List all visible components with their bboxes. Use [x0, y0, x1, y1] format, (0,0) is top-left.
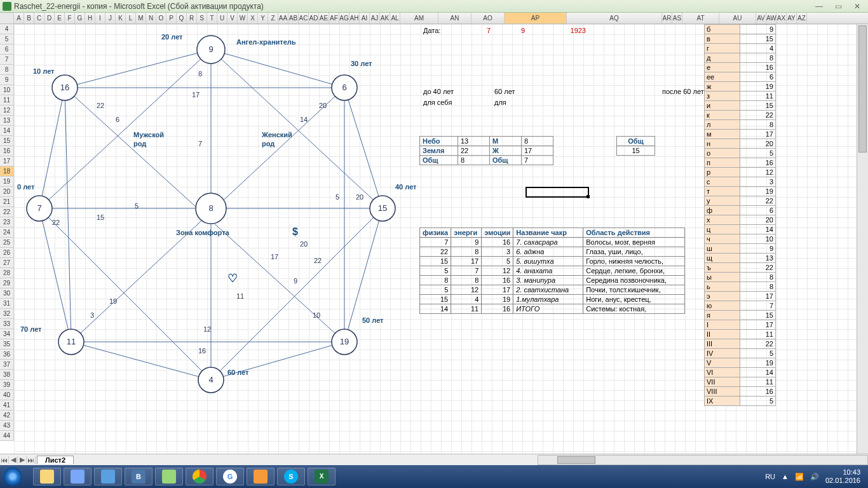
row-17[interactable]: 17: [0, 156, 14, 166]
row-8[interactable]: 8: [0, 65, 14, 75]
col-A[interactable]: A: [14, 13, 24, 24]
row-37[interactable]: 37: [0, 360, 14, 370]
row-42[interactable]: 42: [0, 410, 14, 421]
taskbar-vk[interactable]: B: [125, 468, 153, 485]
col-AF[interactable]: AF: [329, 13, 339, 24]
row-6[interactable]: 6: [0, 44, 14, 55]
taskbar-music[interactable]: [155, 468, 183, 485]
taskbar-clock[interactable]: 10:4302.01.2016: [825, 468, 860, 485]
col-H[interactable]: H: [85, 13, 95, 24]
worksheet-area[interactable]: 4567891011121314151617181920212223242526…: [0, 24, 868, 465]
row-9[interactable]: 9: [0, 75, 14, 85]
start-button[interactable]: [3, 467, 31, 486]
col-X[interactable]: X: [248, 13, 258, 24]
taskbar-excel[interactable]: X: [308, 468, 336, 485]
col-B[interactable]: B: [24, 13, 34, 24]
col-AJ[interactable]: AJ: [370, 13, 380, 24]
close-button[interactable]: ✕: [849, 1, 865, 11]
row-31[interactable]: 31: [0, 299, 14, 309]
row-25[interactable]: 25: [0, 238, 14, 248]
row-28[interactable]: 28: [0, 268, 14, 278]
taskbar-chrome[interactable]: [186, 468, 214, 485]
row-26[interactable]: 26: [0, 248, 14, 258]
vscroll-thumb[interactable]: [858, 25, 867, 152]
row-44[interactable]: 44: [0, 431, 14, 441]
col-AA[interactable]: AA: [278, 13, 288, 24]
row-34[interactable]: 34: [0, 329, 14, 339]
row-12[interactable]: 12: [0, 105, 14, 116]
col-U[interactable]: U: [217, 13, 227, 24]
col-T[interactable]: T: [207, 13, 217, 24]
row-24[interactable]: 24: [0, 227, 14, 238]
col-Z[interactable]: Z: [268, 13, 278, 24]
col-F[interactable]: F: [65, 13, 75, 24]
col-AP[interactable]: AP: [505, 13, 567, 24]
col-I[interactable]: I: [95, 13, 105, 24]
col-M[interactable]: M: [136, 13, 146, 24]
taskbar-skype[interactable]: S: [277, 468, 305, 485]
row-4[interactable]: 4: [0, 24, 14, 34]
row-11[interactable]: 11: [0, 95, 14, 105]
taskbar-app2[interactable]: [247, 468, 275, 485]
row-headers[interactable]: 4567891011121314151617181920212223242526…: [0, 24, 14, 441]
row-18[interactable]: 18: [0, 166, 14, 177]
row-19[interactable]: 19: [0, 177, 14, 187]
col-G[interactable]: G: [75, 13, 85, 24]
col-AG[interactable]: AG: [339, 13, 349, 24]
col-C[interactable]: C: [34, 13, 44, 24]
col-AC[interactable]: AC: [299, 13, 309, 24]
col-AQ[interactable]: AQ: [567, 13, 662, 24]
col-D[interactable]: D: [44, 13, 55, 24]
col-AI[interactable]: AI: [360, 13, 370, 24]
col-V[interactable]: V: [227, 13, 238, 24]
taskbar-app1[interactable]: [64, 468, 92, 485]
taskbar-explorer[interactable]: [33, 468, 61, 485]
col-J[interactable]: J: [105, 13, 116, 24]
tray-flag-icon[interactable]: ▲: [782, 473, 789, 480]
col-K[interactable]: K: [116, 13, 126, 24]
maximize-button[interactable]: ▭: [830, 1, 846, 11]
col-AS[interactable]: AS: [672, 13, 682, 24]
col-AO[interactable]: AO: [471, 13, 505, 24]
row-36[interactable]: 36: [0, 349, 14, 360]
col-AE[interactable]: AE: [319, 13, 329, 24]
row-14[interactable]: 14: [0, 126, 14, 136]
tab-nav-next[interactable]: ▶: [18, 456, 27, 464]
sheet-tab[interactable]: Лист2: [37, 456, 74, 464]
vertical-scrollbar[interactable]: [857, 24, 868, 454]
col-E[interactable]: E: [55, 13, 65, 24]
tab-nav-prev[interactable]: ◀: [9, 456, 18, 464]
row-32[interactable]: 32: [0, 309, 14, 319]
col-AK[interactable]: AK: [380, 13, 390, 24]
col-AY[interactable]: AY: [787, 13, 797, 24]
row-5[interactable]: 5: [0, 34, 14, 44]
col-P[interactable]: P: [166, 13, 177, 24]
taskbar-google[interactable]: G: [216, 468, 244, 485]
row-20[interactable]: 20: [0, 187, 14, 197]
row-15[interactable]: 15: [0, 136, 14, 146]
col-O[interactable]: O: [156, 13, 166, 24]
row-38[interactable]: 38: [0, 370, 14, 380]
column-headers[interactable]: ABCDEFGHIJKLMNOPQRSTUVWXYZAAABACADAEAFAG…: [0, 13, 868, 24]
horizontal-scrollbar[interactable]: [538, 455, 868, 465]
col-AX[interactable]: AX: [776, 13, 787, 24]
hscroll-thumb[interactable]: [557, 456, 595, 464]
row-39[interactable]: 39: [0, 380, 14, 390]
row-22[interactable]: 22: [0, 207, 14, 217]
col-AD[interactable]: AD: [309, 13, 319, 24]
col-AL[interactable]: AL: [390, 13, 400, 24]
col-AB[interactable]: AB: [288, 13, 299, 24]
row-13[interactable]: 13: [0, 116, 14, 126]
col-N[interactable]: N: [146, 13, 156, 24]
col-AW[interactable]: AW: [766, 13, 776, 24]
row-7[interactable]: 7: [0, 55, 14, 65]
tray-network-icon[interactable]: 📶: [795, 473, 804, 481]
lang-indicator[interactable]: RU: [765, 473, 775, 480]
select-all-corner[interactable]: [0, 13, 14, 24]
row-41[interactable]: 41: [0, 400, 14, 410]
col-W[interactable]: W: [238, 13, 248, 24]
row-29[interactable]: 29: [0, 278, 14, 288]
row-40[interactable]: 40: [0, 390, 14, 400]
row-43[interactable]: 43: [0, 421, 14, 431]
tab-nav-last[interactable]: ⏭: [27, 456, 36, 464]
